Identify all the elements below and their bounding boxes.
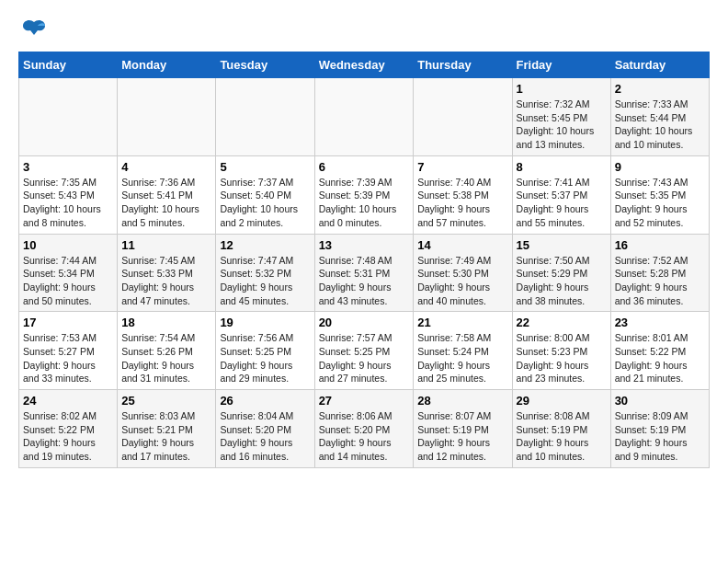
day-info: Sunrise: 8:09 AM Sunset: 5:19 PM Dayligh… (615, 409, 705, 464)
day-number: 15 (517, 238, 607, 252)
calendar-cell (118, 78, 216, 156)
day-info: Sunrise: 8:02 AM Sunset: 5:22 PM Dayligh… (23, 409, 113, 464)
calendar-cell: 17Sunrise: 7:53 AM Sunset: 5:27 PM Dayli… (19, 312, 118, 390)
day-number: 14 (417, 238, 507, 252)
weekday-header-thursday: Thursday (414, 52, 512, 78)
day-number: 22 (517, 316, 607, 329)
day-info: Sunrise: 7:54 AM Sunset: 5:26 PM Dayligh… (121, 331, 211, 385)
calendar-cell: 25Sunrise: 8:03 AM Sunset: 5:21 PM Dayli… (118, 390, 216, 468)
calendar-cell: 24Sunrise: 8:02 AM Sunset: 5:22 PM Dayli… (19, 390, 118, 468)
calendar-cell: 26Sunrise: 8:04 AM Sunset: 5:20 PM Dayli… (216, 390, 314, 468)
day-info: Sunrise: 7:37 AM Sunset: 5:40 PM Dayligh… (220, 176, 310, 230)
weekday-header-tuesday: Tuesday (216, 52, 314, 78)
calendar-cell: 3Sunrise: 7:35 AM Sunset: 5:43 PM Daylig… (19, 155, 118, 234)
day-number: 18 (121, 316, 211, 329)
weekday-header-wednesday: Wednesday (314, 52, 414, 78)
day-number: 13 (319, 238, 410, 252)
day-number: 17 (23, 316, 113, 329)
calendar-cell: 6Sunrise: 7:39 AM Sunset: 5:39 PM Daylig… (314, 155, 414, 234)
calendar-cell: 8Sunrise: 7:41 AM Sunset: 5:37 PM Daylig… (512, 155, 610, 234)
calendar-cell: 19Sunrise: 7:56 AM Sunset: 5:25 PM Dayli… (216, 312, 314, 390)
calendar-cell: 18Sunrise: 7:54 AM Sunset: 5:26 PM Dayli… (118, 312, 216, 390)
day-info: Sunrise: 7:49 AM Sunset: 5:30 PM Dayligh… (417, 254, 507, 308)
day-info: Sunrise: 8:08 AM Sunset: 5:19 PM Dayligh… (517, 409, 607, 464)
day-number: 3 (23, 160, 113, 174)
day-number: 29 (517, 394, 607, 408)
day-number: 9 (615, 160, 705, 174)
day-info: Sunrise: 8:07 AM Sunset: 5:19 PM Dayligh… (417, 409, 507, 464)
day-info: Sunrise: 7:58 AM Sunset: 5:24 PM Dayligh… (417, 331, 507, 385)
calendar-cell: 30Sunrise: 8:09 AM Sunset: 5:19 PM Dayli… (610, 390, 709, 468)
day-number: 12 (220, 238, 310, 252)
day-number: 16 (615, 238, 705, 252)
day-number: 2 (615, 82, 705, 96)
day-number: 25 (121, 394, 211, 408)
day-number: 30 (615, 394, 705, 408)
weekday-header-sunday: Sunday (19, 52, 118, 78)
weekday-header-monday: Monday (118, 52, 216, 78)
day-info: Sunrise: 8:04 AM Sunset: 5:20 PM Dayligh… (220, 409, 310, 464)
day-info: Sunrise: 8:00 AM Sunset: 5:23 PM Dayligh… (517, 331, 607, 385)
day-info: Sunrise: 8:01 AM Sunset: 5:22 PM Dayligh… (615, 331, 705, 385)
day-info: Sunrise: 8:06 AM Sunset: 5:20 PM Dayligh… (319, 409, 410, 464)
calendar-cell: 2Sunrise: 7:33 AM Sunset: 5:44 PM Daylig… (610, 78, 709, 156)
calendar-cell (216, 78, 314, 156)
day-number: 5 (220, 160, 310, 174)
day-info: Sunrise: 7:53 AM Sunset: 5:27 PM Dayligh… (23, 331, 113, 385)
weekday-header-saturday: Saturday (610, 52, 709, 78)
day-number: 6 (319, 160, 410, 174)
day-number: 23 (615, 316, 705, 329)
calendar-cell: 14Sunrise: 7:49 AM Sunset: 5:30 PM Dayli… (414, 234, 512, 312)
day-info: Sunrise: 7:36 AM Sunset: 5:41 PM Dayligh… (121, 176, 211, 230)
day-info: Sunrise: 7:52 AM Sunset: 5:28 PM Dayligh… (615, 254, 705, 308)
calendar-cell: 5Sunrise: 7:37 AM Sunset: 5:40 PM Daylig… (216, 155, 314, 234)
calendar-cell: 10Sunrise: 7:44 AM Sunset: 5:34 PM Dayli… (19, 234, 118, 312)
day-info: Sunrise: 7:45 AM Sunset: 5:33 PM Dayligh… (121, 254, 211, 308)
calendar-cell: 29Sunrise: 8:08 AM Sunset: 5:19 PM Dayli… (512, 390, 610, 468)
calendar-cell: 7Sunrise: 7:40 AM Sunset: 5:38 PM Daylig… (414, 155, 512, 234)
calendar-cell: 16Sunrise: 7:52 AM Sunset: 5:28 PM Dayli… (610, 234, 709, 312)
logo (18, 18, 47, 42)
day-info: Sunrise: 7:44 AM Sunset: 5:34 PM Dayligh… (23, 254, 113, 308)
calendar-cell: 13Sunrise: 7:48 AM Sunset: 5:31 PM Dayli… (314, 234, 414, 312)
calendar-table: SundayMondayTuesdayWednesdayThursdayFrid… (18, 52, 710, 468)
day-info: Sunrise: 7:41 AM Sunset: 5:37 PM Dayligh… (517, 176, 607, 230)
day-number: 28 (417, 394, 507, 408)
day-number: 21 (417, 316, 507, 329)
calendar-cell: 11Sunrise: 7:45 AM Sunset: 5:33 PM Dayli… (118, 234, 216, 312)
day-number: 1 (517, 82, 607, 96)
day-info: Sunrise: 7:35 AM Sunset: 5:43 PM Dayligh… (23, 176, 113, 230)
day-info: Sunrise: 7:39 AM Sunset: 5:39 PM Dayligh… (319, 176, 410, 230)
day-info: Sunrise: 7:50 AM Sunset: 5:29 PM Dayligh… (517, 254, 607, 308)
day-number: 10 (23, 238, 113, 252)
day-info: Sunrise: 8:03 AM Sunset: 5:21 PM Dayligh… (121, 409, 211, 464)
day-info: Sunrise: 7:56 AM Sunset: 5:25 PM Dayligh… (220, 331, 310, 385)
page-header (18, 18, 710, 42)
calendar-cell: 20Sunrise: 7:57 AM Sunset: 5:25 PM Dayli… (314, 312, 414, 390)
calendar-header: SundayMondayTuesdayWednesdayThursdayFrid… (19, 52, 710, 78)
calendar-cell: 22Sunrise: 8:00 AM Sunset: 5:23 PM Dayli… (512, 312, 610, 390)
day-info: Sunrise: 7:33 AM Sunset: 5:44 PM Dayligh… (615, 98, 705, 152)
day-info: Sunrise: 7:32 AM Sunset: 5:45 PM Dayligh… (517, 98, 607, 152)
calendar-cell: 9Sunrise: 7:43 AM Sunset: 5:35 PM Daylig… (610, 155, 709, 234)
calendar-cell: 28Sunrise: 8:07 AM Sunset: 5:19 PM Dayli… (414, 390, 512, 468)
calendar-cell (19, 78, 118, 156)
calendar-cell (314, 78, 414, 156)
calendar-cell: 23Sunrise: 8:01 AM Sunset: 5:22 PM Dayli… (610, 312, 709, 390)
day-info: Sunrise: 7:47 AM Sunset: 5:32 PM Dayligh… (220, 254, 310, 308)
day-info: Sunrise: 7:40 AM Sunset: 5:38 PM Dayligh… (417, 176, 507, 230)
day-number: 19 (220, 316, 310, 329)
calendar-cell: 21Sunrise: 7:58 AM Sunset: 5:24 PM Dayli… (414, 312, 512, 390)
calendar-cell: 27Sunrise: 8:06 AM Sunset: 5:20 PM Dayli… (314, 390, 414, 468)
day-info: Sunrise: 7:48 AM Sunset: 5:31 PM Dayligh… (319, 254, 410, 308)
weekday-header-friday: Friday (512, 52, 610, 78)
day-number: 8 (517, 160, 607, 174)
calendar-cell: 4Sunrise: 7:36 AM Sunset: 5:41 PM Daylig… (118, 155, 216, 234)
day-info: Sunrise: 7:43 AM Sunset: 5:35 PM Dayligh… (615, 176, 705, 230)
day-number: 7 (417, 160, 507, 174)
day-number: 26 (220, 394, 310, 408)
calendar-cell (414, 78, 512, 156)
day-number: 11 (121, 238, 211, 252)
day-number: 27 (319, 394, 410, 408)
calendar-cell: 1Sunrise: 7:32 AM Sunset: 5:45 PM Daylig… (512, 78, 610, 156)
